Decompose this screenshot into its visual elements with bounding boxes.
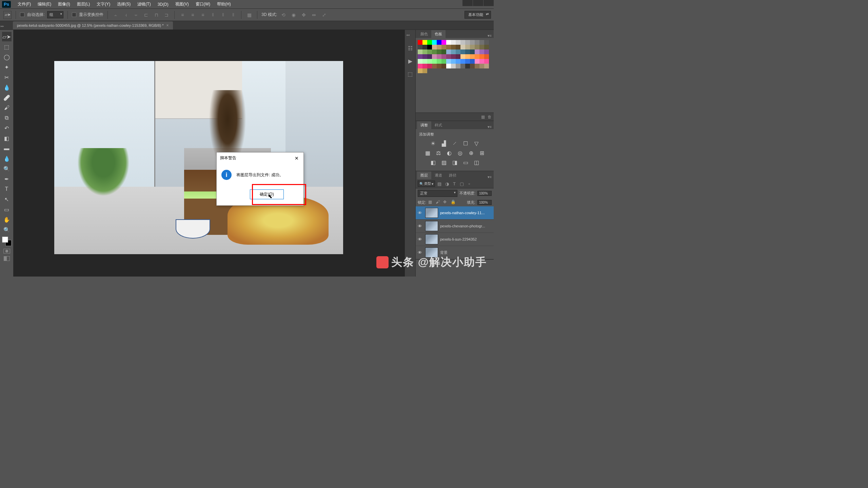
paths-tab[interactable]: 路径 <box>446 171 460 179</box>
color-swatch[interactable] <box>451 59 456 64</box>
layer-name[interactable]: 背景 <box>440 250 492 255</box>
hand-tool[interactable]: ✋ <box>2 215 12 224</box>
layer-name[interactable]: pexels-nathan-cowley-11... <box>440 211 492 215</box>
lock-transparency-icon[interactable]: ▦ <box>428 200 434 205</box>
align-vcenter-icon[interactable]: ⫞ <box>122 11 130 19</box>
opacity-input[interactable]: 100% <box>477 191 492 196</box>
color-swatch[interactable] <box>446 54 451 59</box>
fill-input[interactable]: 100% <box>477 200 492 205</box>
color-swatch[interactable] <box>456 64 460 68</box>
color-swatch[interactable] <box>451 49 456 54</box>
auto-select-dropdown[interactable]: 组 <box>47 11 63 18</box>
color-swatch[interactable] <box>441 59 446 64</box>
tabbar-expand-icon[interactable]: ▸▸ <box>1 24 5 28</box>
color-swatch[interactable] <box>456 40 460 45</box>
color-swatch[interactable] <box>465 45 470 49</box>
auto-select-checkbox[interactable] <box>20 13 24 17</box>
menu-image[interactable]: 图像(I) <box>55 1 73 7</box>
gradient-tool[interactable]: ▬ <box>2 144 12 153</box>
color-swatch[interactable] <box>465 64 470 68</box>
panel-menu-icon[interactable]: ▾≡ <box>486 34 494 38</box>
color-swatch[interactable] <box>475 45 479 49</box>
layer-item[interactable]: 👁pexels-li-sun-2294352 <box>416 233 494 246</box>
bw-adjustment-icon[interactable]: ◐ <box>446 149 453 157</box>
color-swatch[interactable] <box>460 49 465 54</box>
color-lookup-icon[interactable]: ⊞ <box>478 149 486 157</box>
color-swatch[interactable] <box>456 54 460 59</box>
align-hcenter-icon[interactable]: ⊓ <box>153 11 160 19</box>
layer-item[interactable]: 👁pexels-chevanon-photogr... <box>416 220 494 233</box>
color-swatch[interactable] <box>465 40 470 45</box>
color-swatch[interactable] <box>441 45 446 49</box>
color-swatch[interactable] <box>427 54 432 59</box>
color-swatch[interactable] <box>418 54 422 59</box>
color-swatch[interactable] <box>475 40 479 45</box>
color-swatch[interactable] <box>456 49 460 54</box>
path-selection-tool[interactable]: ↖ <box>2 195 12 204</box>
document-tab[interactable]: pexels-ketut-subiyanto-5000455.jpg @ 12.… <box>13 21 173 29</box>
color-swatch[interactable] <box>475 59 479 64</box>
color-swatch[interactable] <box>422 64 427 68</box>
color-swatch[interactable] <box>418 45 422 49</box>
menu-edit[interactable]: 编辑(E) <box>34 1 55 7</box>
color-swatch[interactable] <box>418 49 422 54</box>
minimize-button[interactable] <box>462 0 473 6</box>
color-swatch[interactable] <box>479 54 484 59</box>
filter-shape-icon[interactable]: ▢ <box>459 181 465 187</box>
color-swatch[interactable] <box>446 49 451 54</box>
menu-view[interactable]: 视图(V) <box>172 1 192 7</box>
styles-tab[interactable]: 样式 <box>431 121 446 129</box>
color-swatch[interactable] <box>427 49 432 54</box>
curves-adjustment-icon[interactable]: ⟋ <box>451 140 458 147</box>
menu-type[interactable]: 文字(Y) <box>93 1 114 7</box>
distribute-bottom-icon[interactable]: ≡ <box>199 11 206 19</box>
clone-stamp-tool[interactable]: ⧉ <box>2 113 12 123</box>
color-swatch[interactable] <box>475 49 479 54</box>
color-swatch[interactable] <box>460 40 465 45</box>
current-tool-indicator[interactable]: ▱➤ <box>3 11 12 19</box>
distribute-vcenter-icon[interactable]: ≡ <box>189 11 196 19</box>
close-window-button[interactable] <box>484 0 494 6</box>
color-swatch[interactable] <box>418 64 422 68</box>
history-brush-tool[interactable]: ↶ <box>2 123 12 133</box>
layer-name[interactable]: pexels-chevanon-photogr... <box>440 224 492 228</box>
close-tab-icon[interactable]: × <box>166 23 169 28</box>
color-swatch[interactable] <box>427 45 432 49</box>
history-panel-icon[interactable]: ☷ <box>407 45 414 52</box>
properties-panel-icon[interactable]: ⬚ <box>407 70 414 77</box>
color-swatch[interactable] <box>422 54 427 59</box>
filter-type-icon[interactable]: T <box>451 181 457 187</box>
color-swatch[interactable] <box>432 54 437 59</box>
healing-brush-tool[interactable]: 🩹 <box>2 93 12 102</box>
color-swatch[interactable] <box>460 45 465 49</box>
menu-filter[interactable]: 滤镜(T) <box>134 1 154 7</box>
color-swatch[interactable] <box>446 59 451 64</box>
foreground-color-swatch[interactable] <box>2 237 8 243</box>
marquee-tool[interactable]: ⬚ <box>2 42 12 52</box>
vibrance-adjustment-icon[interactable]: ▽ <box>473 140 480 147</box>
crop-tool[interactable]: ✂ <box>2 73 12 82</box>
color-swatch[interactable] <box>460 64 465 68</box>
color-swatch[interactable] <box>432 49 437 54</box>
layers-tab[interactable]: 图层 <box>417 171 431 179</box>
exposure-adjustment-icon[interactable]: ☐ <box>462 140 469 147</box>
zoom-tool[interactable]: 🔍 <box>2 225 12 235</box>
dodge-tool[interactable]: 🔍 <box>2 164 12 174</box>
color-swatch[interactable] <box>470 64 475 68</box>
color-swatch[interactable] <box>465 49 470 54</box>
color-tab[interactable]: 颜色 <box>417 30 431 38</box>
panel-menu-icon[interactable]: ▾≡ <box>486 125 494 129</box>
color-swatch[interactable] <box>456 59 460 64</box>
color-swatch[interactable] <box>475 54 479 59</box>
lasso-tool[interactable]: ◯ <box>2 52 12 62</box>
layer-thumbnail[interactable] <box>425 247 438 258</box>
color-swatch[interactable] <box>427 59 432 64</box>
color-swatch[interactable] <box>432 40 437 45</box>
color-swatch[interactable] <box>427 40 432 45</box>
distribute-right-icon[interactable]: ⦀ <box>230 11 237 19</box>
strip-collapse-icon[interactable]: ◂◂ <box>406 33 410 37</box>
color-swatch[interactable] <box>446 40 451 45</box>
move-tool[interactable]: ▱➤ <box>2 32 12 41</box>
color-swatch[interactable] <box>470 54 475 59</box>
distribute-left-icon[interactable]: ⦀ <box>209 11 217 19</box>
